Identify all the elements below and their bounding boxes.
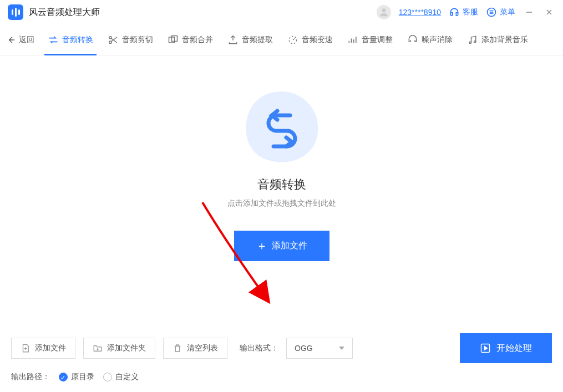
convert-icon [48, 34, 59, 45]
music-note-icon [467, 34, 478, 45]
tab-audio-cut[interactable]: 音频剪切 [106, 24, 154, 55]
add-folder-button[interactable]: 添加文件夹 [83, 338, 155, 359]
tab-noise-remove[interactable]: 噪声消除 [406, 24, 454, 55]
tab-label: 音量调整 [362, 35, 393, 45]
nav-tabs: 返回 音频转换 音频剪切 音频合并 音频提取 音频变速 音量调整 [0, 24, 563, 55]
logo-bars-icon [12, 8, 20, 17]
radio-original-label: 原目录 [71, 372, 94, 382]
app-logo [8, 4, 23, 20]
tab-audio-merge[interactable]: 音频合并 [166, 24, 214, 55]
swap-arrows-icon [260, 105, 304, 150]
support-button[interactable]: 客服 [449, 7, 478, 18]
add-file-label: 添加文件 [272, 240, 307, 252]
clear-btn-label: 清空列表 [187, 343, 218, 353]
svg-point-5 [109, 36, 111, 38]
tab-label: 添加背景音乐 [481, 35, 528, 45]
tab-volume-adjust[interactable]: 音量调整 [346, 24, 394, 55]
scissors-icon [108, 34, 119, 45]
minimize-icon [525, 8, 533, 16]
tab-audio-speed[interactable]: 音频变速 [286, 24, 334, 55]
back-label: 返回 [19, 35, 34, 45]
plus-icon: ＋ [256, 238, 267, 253]
close-button[interactable] [543, 6, 555, 18]
center-subtitle: 点击添加文件或拖拽文件到此处 [227, 198, 336, 208]
radio-checked-icon [59, 373, 68, 381]
tab-label: 音频合并 [182, 35, 213, 45]
start-btn-label: 开始处理 [496, 343, 532, 354]
bottom-panel: 添加文件 添加文件夹 清空列表 输出格式： OGG 开始处理 [0, 323, 563, 392]
start-process-button[interactable]: 开始处理 [460, 333, 552, 363]
add-folder-btn-label: 添加文件夹 [107, 343, 146, 353]
person-icon [378, 7, 389, 18]
radio-custom-label: 自定义 [115, 372, 139, 382]
menu-list-icon [486, 7, 497, 18]
drop-zone[interactable]: 音频转换 点击添加文件或拖拽文件到此处 ＋ 添加文件 [0, 55, 563, 294]
folder-plus-icon [93, 343, 103, 353]
output-format-label: 输出格式： [240, 343, 278, 353]
chevron-down-icon [339, 347, 344, 350]
tab-label: 音频变速 [302, 35, 333, 45]
menu-button[interactable]: 菜单 [486, 7, 515, 18]
menu-label: 菜单 [500, 7, 515, 17]
user-avatar[interactable] [377, 5, 391, 19]
tab-audio-extract[interactable]: 音频提取 [226, 24, 274, 55]
minimize-button[interactable] [523, 6, 535, 18]
svg-point-0 [382, 8, 386, 12]
clear-list-button[interactable]: 清空列表 [163, 338, 227, 359]
add-file-main-button[interactable]: ＋ 添加文件 [234, 231, 329, 261]
volume-bars-icon [347, 34, 358, 45]
back-button[interactable]: 返回 [7, 35, 34, 45]
play-icon [480, 343, 491, 354]
tab-audio-convert[interactable]: 音频转换 [47, 24, 94, 55]
merge-icon [168, 34, 179, 45]
blob-illustration [240, 89, 323, 166]
extract-icon [227, 34, 239, 45]
app-title: 风云音频处理大师 [29, 7, 100, 18]
speed-icon [287, 34, 298, 45]
output-format-select[interactable]: OGG [286, 338, 353, 359]
output-format-value: OGG [295, 344, 313, 353]
trash-icon [173, 343, 182, 353]
username-link[interactable]: 123****8910 [399, 8, 441, 17]
svg-point-10 [469, 42, 471, 43]
support-label: 客服 [463, 7, 478, 17]
tab-label: 噪声消除 [422, 35, 453, 45]
svg-point-6 [109, 41, 111, 43]
file-plus-icon [21, 343, 31, 353]
center-title: 音频转换 [257, 176, 306, 193]
close-icon [545, 8, 553, 16]
tab-label: 音频提取 [242, 35, 273, 45]
headset-icon [449, 7, 460, 18]
noise-icon [407, 34, 418, 45]
add-file-btn-label: 添加文件 [35, 343, 66, 353]
tab-bgm-add[interactable]: 添加背景音乐 [466, 24, 529, 55]
svg-point-11 [474, 40, 476, 42]
title-bar: 风云音频处理大师 123****8910 客服 菜单 [0, 0, 563, 24]
tab-label: 音频转换 [62, 35, 93, 45]
tab-label: 音频剪切 [122, 35, 153, 45]
add-file-button[interactable]: 添加文件 [11, 338, 75, 359]
output-path-label: 输出路径： [11, 372, 50, 382]
radio-original-dir[interactable]: 原目录 [59, 372, 94, 382]
radio-custom-dir[interactable]: 自定义 [103, 372, 139, 382]
arrow-left-icon [7, 35, 16, 44]
radio-unchecked-icon [103, 373, 112, 381]
